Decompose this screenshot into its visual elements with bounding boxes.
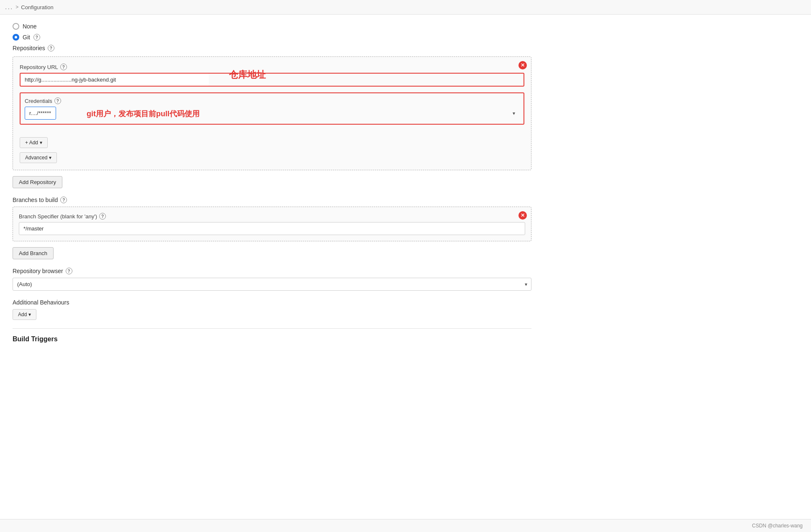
additional-behaviours-title: Additional Behaviours — [13, 299, 531, 306]
repo-browser-label-text: Repository browser — [13, 268, 63, 274]
bottom-bar: CSDN @charles-wang — [0, 519, 811, 532]
repo-url-label-text: Repository URL — [20, 64, 58, 70]
add-branch-label: Add Branch — [19, 250, 47, 256]
advanced-label: Advanced — [25, 155, 47, 161]
add-repository-label: Add Repository — [19, 179, 56, 185]
branch-specifier-label: Branch Specifier (blank for 'any') ? — [19, 213, 525, 220]
repositories-help-icon[interactable]: ? — [48, 45, 54, 51]
annotation-git: git用户，发布项目前pull代码使用 — [87, 109, 200, 119]
branch-close-icon: ✕ — [521, 212, 525, 218]
git-help-icon[interactable]: ? — [33, 34, 40, 41]
add-behaviour-label: Add — [18, 312, 27, 317]
additional-behaviours-section: Additional Behaviours Add ▾ — [13, 299, 531, 320]
credentials-select[interactable]: r..../****** — [25, 107, 56, 120]
repo-close-button[interactable]: ✕ — [518, 61, 527, 69]
add-credential-row: + Add ▾ — [20, 137, 524, 148]
radio-none[interactable] — [13, 23, 19, 30]
radio-git-label: Git — [23, 34, 30, 41]
add-behaviour-arrow: ▾ — [28, 312, 31, 317]
main-content: None Git ? Repositories ? ✕ Repository U… — [0, 15, 544, 360]
repo-url-wrapper: 仓库地址 — [20, 73, 524, 87]
add-credential-label: + Add — [25, 140, 38, 146]
repo-browser-select[interactable]: (Auto) githubweb bitbucketweb cgit — [13, 278, 531, 291]
credentials-label-text: Credentials — [25, 98, 52, 104]
repository-box: ✕ Repository URL ? 仓库地址 Credentials ? r.… — [13, 56, 531, 170]
repositories-label-text: Repositories — [13, 45, 45, 51]
add-credential-button[interactable]: + Add ▾ — [20, 137, 48, 148]
advanced-button[interactable]: Advanced ▾ — [20, 152, 57, 163]
top-bar: ... > Configuration — [0, 0, 811, 15]
branches-label-text: Branches to build — [13, 197, 58, 203]
credentials-field-label: Credentials ? — [25, 97, 519, 104]
radio-none-row[interactable]: None — [13, 23, 531, 30]
branch-specifier-input[interactable] — [19, 222, 525, 235]
repo-url-field-label: Repository URL ? — [20, 64, 524, 70]
repo-browser-select-wrapper: (Auto) githubweb bitbucketweb cgit ▾ — [13, 278, 531, 291]
branches-box: ✕ Branch Specifier (blank for 'any') ? — [13, 207, 531, 241]
branches-help-icon[interactable]: ? — [60, 197, 67, 203]
repo-url-input[interactable] — [21, 74, 209, 86]
attribution-text: CSDN @charles-wang — [752, 523, 803, 529]
branch-specifier-label-text: Branch Specifier (blank for 'any') — [19, 213, 97, 220]
branch-specifier-close-button[interactable]: ✕ — [518, 211, 527, 220]
repo-close-icon: ✕ — [521, 62, 525, 68]
radio-git[interactable] — [13, 34, 19, 41]
repo-browser-section-title: Repository browser ? — [13, 268, 531, 274]
repo-url-input-border — [20, 73, 524, 87]
repo-url-help-icon[interactable]: ? — [60, 64, 67, 70]
breadcrumb-label: Configuration — [21, 4, 53, 10]
add-repository-button[interactable]: Add Repository — [13, 176, 62, 188]
menu-dots[interactable]: ... — [5, 3, 13, 11]
repositories-section-label: Repositories ? — [13, 45, 531, 51]
credentials-help-icon[interactable]: ? — [54, 97, 61, 104]
radio-git-row[interactable]: Git ? — [13, 34, 531, 41]
repo-browser-help-icon[interactable]: ? — [66, 268, 72, 274]
radio-none-label: None — [23, 23, 36, 30]
breadcrumb-chevron: > — [15, 4, 18, 10]
add-branch-button[interactable]: Add Branch — [13, 247, 54, 259]
credentials-chevron-icon: ▾ — [513, 110, 515, 116]
additional-behaviours-label-text: Additional Behaviours — [13, 299, 69, 306]
branches-section-title: Branches to build ? — [13, 197, 531, 203]
build-triggers-title: Build Triggers — [13, 335, 58, 343]
add-credential-arrow: ▾ — [40, 140, 42, 146]
branch-specifier-help-icon[interactable]: ? — [99, 213, 106, 220]
advanced-arrow-icon: ▾ — [49, 155, 51, 161]
add-behaviour-button[interactable]: Add ▾ — [13, 309, 36, 320]
build-triggers-section: Build Triggers — [13, 328, 531, 343]
